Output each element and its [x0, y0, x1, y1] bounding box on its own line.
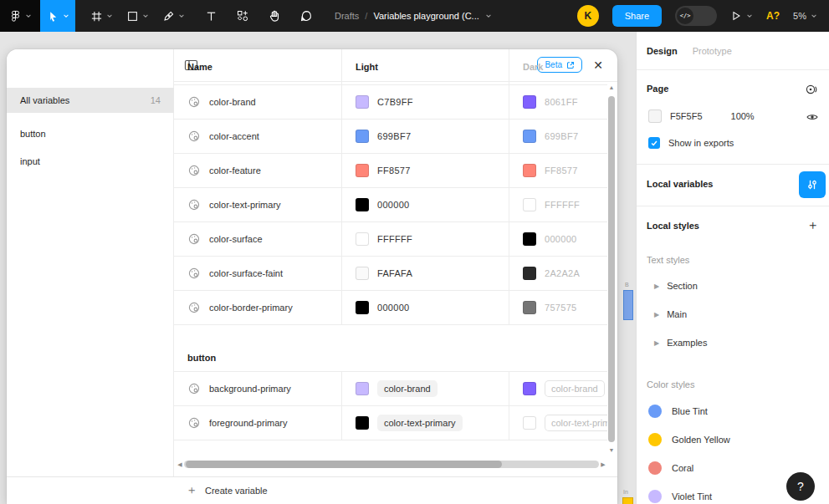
light-value-cell[interactable]: C7B9FF: [341, 85, 509, 119]
light-value-cell[interactable]: FFFFFF: [341, 222, 509, 256]
hex-value[interactable]: 699BF7: [377, 131, 411, 141]
light-value-cell[interactable]: 000000: [341, 291, 509, 324]
dark-value-cell[interactable]: FF8577: [509, 154, 607, 187]
color-style-violet-tint[interactable]: Violet Tint: [648, 490, 712, 503]
scroll-left-arrow[interactable]: ◀: [176, 461, 184, 468]
chevron-down-icon[interactable]: [485, 13, 492, 19]
alias-pill[interactable]: color-text-primary: [377, 415, 463, 431]
dark-value-cell[interactable]: color-text-primary: [509, 406, 607, 440]
page-opacity[interactable]: 100%: [731, 111, 755, 121]
hex-value[interactable]: 757575: [545, 303, 577, 313]
checkbox-checked-icon[interactable]: [648, 137, 660, 149]
table-row[interactable]: color-text-primary000000FFFFFF: [174, 188, 607, 222]
vertical-scroll-thumb[interactable]: [608, 96, 615, 442]
table-row[interactable]: color-surface-faintFAFAFA2A2A2A: [174, 257, 607, 291]
dark-value-cell[interactable]: 2A2A2A: [509, 257, 607, 290]
scroll-right-arrow[interactable]: ▶: [599, 461, 607, 468]
share-button[interactable]: Share: [612, 5, 662, 27]
light-value-cell[interactable]: color-text-primary: [341, 406, 509, 440]
column-header-dark[interactable]: Dark: [509, 49, 607, 84]
dev-mode-toggle[interactable]: </>: [675, 6, 717, 26]
shape-tool-button[interactable]: [120, 0, 156, 32]
canvas-frame-yellow[interactable]: [622, 497, 633, 504]
color-style-blue-tint[interactable]: Blue Tint: [648, 405, 708, 418]
page-color-swatch[interactable]: [648, 109, 662, 123]
zoom-control[interactable]: 5%: [793, 11, 817, 21]
file-name[interactable]: Variables playground (C...: [373, 11, 478, 21]
move-tool-button[interactable]: [40, 0, 75, 32]
variable-name-cell[interactable]: color-surface: [174, 222, 341, 256]
user-avatar[interactable]: K: [577, 5, 599, 27]
disclosure-triangle-icon[interactable]: ▶: [654, 339, 659, 347]
hex-value[interactable]: FF8577: [377, 165, 411, 176]
horizontal-scroll-thumb[interactable]: [186, 461, 502, 468]
create-variable-button[interactable]: Create variable: [205, 486, 268, 496]
variable-name-cell[interactable]: color-feature: [174, 154, 341, 187]
tab-design[interactable]: Design: [647, 46, 678, 56]
column-header-light[interactable]: Light: [341, 49, 509, 84]
chevron-down-icon[interactable]: [178, 13, 185, 19]
eye-icon[interactable]: [806, 110, 819, 124]
chevron-down-icon[interactable]: [63, 13, 69, 19]
table-row[interactable]: background-primarycolor-brandcolor-brand: [174, 372, 607, 406]
text-style-main[interactable]: ▶Main: [654, 309, 687, 319]
sidebar-item-input[interactable]: input: [7, 149, 174, 174]
light-value-cell[interactable]: 699BF7: [341, 120, 509, 153]
main-menu-button[interactable]: [0, 0, 40, 32]
variable-name-cell[interactable]: color-text-primary: [174, 188, 341, 221]
show-in-exports-row[interactable]: Show in exports: [648, 137, 734, 149]
spellcheck-indicator[interactable]: A?: [766, 10, 780, 22]
hex-value[interactable]: FFFFFF: [377, 234, 412, 244]
comment-button[interactable]: [293, 0, 320, 32]
present-button[interactable]: [730, 10, 753, 22]
horizontal-scroll-track[interactable]: [184, 461, 599, 468]
alias-pill[interactable]: color-brand: [545, 380, 605, 397]
color-style-golden-yellow[interactable]: Golden Yellow: [648, 433, 730, 446]
variable-name-cell[interactable]: color-border-primary: [174, 291, 341, 324]
disclosure-triangle-icon[interactable]: ▶: [654, 311, 659, 318]
hex-value[interactable]: 8061FF: [545, 97, 578, 107]
tab-prototype[interactable]: Prototype: [693, 46, 732, 56]
dark-value-cell[interactable]: 8061FF: [509, 85, 607, 119]
disclosure-triangle-icon[interactable]: ▶: [654, 283, 659, 290]
hex-value[interactable]: FFFFFF: [545, 200, 580, 210]
variable-name-cell[interactable]: foreground-primary: [174, 406, 341, 440]
hex-value[interactable]: 000000: [545, 234, 577, 244]
canvas-frame-blue[interactable]: [623, 290, 633, 320]
frame-tool-button[interactable]: [84, 0, 120, 32]
light-value-cell[interactable]: color-brand: [341, 372, 509, 405]
chevron-down-icon[interactable]: [142, 13, 149, 19]
hex-value[interactable]: FF8577: [545, 165, 578, 176]
hex-value[interactable]: 699BF7: [545, 131, 578, 141]
hex-value[interactable]: 000000: [377, 200, 410, 210]
help-button[interactable]: ?: [786, 472, 815, 501]
table-row[interactable]: color-surfaceFFFFFF000000: [174, 222, 607, 257]
table-row[interactable]: color-border-primary000000757575: [174, 291, 607, 325]
table-row[interactable]: color-featureFF8577FF8577: [174, 154, 607, 188]
column-header-name[interactable]: Name: [174, 49, 341, 84]
light-value-cell[interactable]: 000000: [341, 188, 509, 221]
add-style-button[interactable]: ＋: [806, 217, 819, 233]
variable-name-cell[interactable]: color-surface-faint: [174, 257, 341, 290]
light-value-cell[interactable]: FF8577: [341, 154, 509, 187]
sidebar-item-button[interactable]: button: [7, 121, 174, 146]
breadcrumb-location[interactable]: Drafts: [335, 11, 359, 21]
page-fill-row[interactable]: F5F5F5 100%: [648, 109, 755, 123]
text-style-section[interactable]: ▶Section: [654, 281, 698, 291]
chevron-down-icon[interactable]: [746, 13, 753, 19]
scroll-down-arrow[interactable]: ▼: [606, 445, 617, 456]
table-row[interactable]: foreground-primarycolor-text-primarycolo…: [174, 406, 607, 440]
variable-name-cell[interactable]: color-brand: [174, 85, 341, 119]
table-row[interactable]: color-accent699BF7699BF7: [174, 120, 607, 154]
vertical-scrollbar[interactable]: ▲ ▼: [606, 83, 617, 456]
hex-value[interactable]: FAFAFA: [377, 268, 412, 278]
variable-name-cell[interactable]: background-primary: [174, 372, 341, 405]
dark-value-cell[interactable]: 000000: [509, 222, 607, 256]
dark-value-cell[interactable]: 699BF7: [509, 120, 607, 153]
dark-value-cell[interactable]: color-brand: [509, 372, 607, 405]
table-row[interactable]: color-brandC7B9FF8061FF: [174, 85, 607, 120]
pen-tool-button[interactable]: [156, 0, 192, 32]
hex-value[interactable]: C7B9FF: [377, 97, 413, 107]
apply-styles-icon[interactable]: [805, 83, 819, 96]
open-variables-button[interactable]: [799, 171, 826, 198]
